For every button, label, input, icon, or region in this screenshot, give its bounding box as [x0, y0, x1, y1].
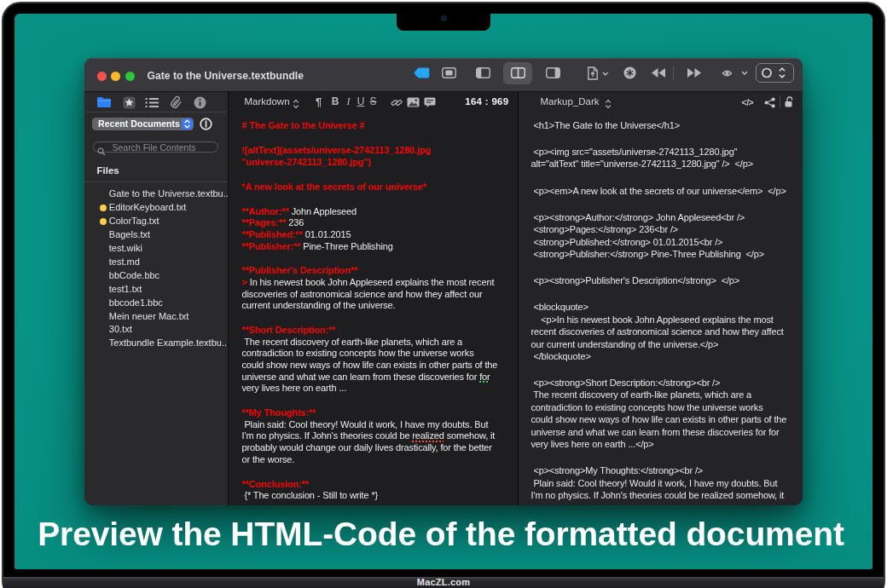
file-item[interactable]: Gate to the Universe.textbu... [84, 187, 228, 201]
recent-documents-popup[interactable]: Recent Documents [92, 118, 194, 130]
file-item[interactable]: EditorKeyboard.txt [84, 201, 228, 215]
editor-line: **Publisher:** Pine-Three Publishing [242, 241, 513, 253]
camera-icon [442, 16, 446, 20]
editor-blank-line [242, 168, 513, 181]
export-button[interactable] [584, 62, 612, 84]
editor-line: **Conclusion:** [242, 479, 513, 491]
bold-button[interactable]: B [328, 92, 342, 112]
editor-blank-line [242, 465, 513, 478]
close-button[interactable] [97, 72, 107, 81]
list-icon [145, 97, 159, 108]
sidebar-tab-outline[interactable] [142, 95, 161, 110]
zoom-button[interactable] [125, 72, 135, 81]
file-item[interactable]: Bagels.txt [84, 228, 228, 242]
comment-button[interactable] [424, 95, 436, 109]
file-item[interactable]: test.md [84, 256, 228, 269]
sidebar-tab-files[interactable] [95, 95, 113, 110]
preview-line: contradiction to existing concepts how t… [531, 401, 800, 413]
editor-line: discoveries of astronomical science and … [242, 289, 513, 301]
preview-line: <p>In his newest book John Appleseed exp… [531, 314, 800, 326]
view-sidebar-left-button[interactable] [472, 62, 493, 84]
macbook-hinge: MacZL.com [3, 577, 884, 588]
code-icon: </> [742, 97, 754, 107]
search-input[interactable]: Search File Contents [93, 141, 218, 153]
markup-stepper-icon[interactable] [605, 97, 612, 112]
skip-forward-icon [687, 67, 703, 78]
window-titlebar[interactable]: Gate to the Universe.textbundle [84, 58, 803, 93]
editor-pane: Markdown ¶ B I U S [229, 92, 518, 505]
tag-icon [414, 67, 430, 78]
editor-preview-divider[interactable] [518, 92, 519, 505]
paragraph-button[interactable]: ¶ [312, 92, 326, 112]
redo-button[interactable] [683, 62, 705, 84]
view-sidebar-right-button[interactable] [543, 62, 564, 84]
file-item[interactable]: test1.txt [84, 283, 228, 297]
file-name: test.md [109, 256, 140, 269]
toolbar-separator [673, 66, 674, 80]
paperclip-icon [170, 95, 182, 109]
file-name: bbCode.bbc [109, 269, 159, 283]
preview-line: could show new ways of how life can exis… [531, 413, 800, 425]
editor-line: could show new ways of how life can exis… [242, 360, 513, 372]
skip-back-icon [650, 67, 666, 78]
markup-style-popup[interactable]: Markup_Dark [541, 92, 600, 112]
file-item[interactable]: bbcode1.bbc [84, 297, 228, 310]
editor-line: ![altText](assets/universe-2742113_1280.… [242, 145, 513, 157]
file-item[interactable]: Textbundle Example.textbu... [84, 337, 228, 350]
sidebar-tab-attachments[interactable] [166, 95, 185, 110]
lock-button[interactable] [784, 95, 795, 109]
tag-button[interactable] [411, 62, 432, 84]
editor-content[interactable]: # The Gate to the Universe #![altText](a… [229, 112, 518, 505]
link-icon [391, 97, 403, 108]
editor-blank-line [242, 132, 513, 145]
editor-blank-line [242, 193, 513, 205]
editor-blank-line [242, 395, 513, 407]
preview-line: <blockquote> [531, 301, 800, 313]
editor-blank-line [242, 312, 513, 325]
editor-line: current understanding of the universe. [242, 300, 513, 312]
comment-icon [424, 97, 436, 108]
view-single-button[interactable] [438, 62, 459, 84]
preview-line: The recent discovery of earth-like plane… [531, 389, 800, 401]
preview-line: </blockquote> [531, 350, 800, 362]
star-square-icon [123, 96, 136, 109]
link-button[interactable] [391, 95, 403, 109]
sidebar-editor-divider[interactable] [228, 92, 229, 505]
preview-blank-line [531, 451, 800, 465]
file-item[interactable]: bbCode.bbc [84, 269, 228, 283]
file-name: bbcode1.bbc [109, 297, 163, 310]
undo-button[interactable] [646, 62, 669, 84]
preview-line: our current understanding of the univers… [531, 338, 800, 350]
share-button[interactable] [764, 95, 775, 109]
file-name: test1.txt [109, 283, 142, 297]
preview-line: alt="altText" title="universe-2742113_12… [531, 158, 800, 170]
strikethrough-button[interactable]: S [367, 92, 380, 112]
editor-line: Plain said: Cool theory! Would it work, … [242, 419, 513, 431]
view-sidebar-left-icon [476, 67, 490, 78]
file-item[interactable]: 30.txt [84, 323, 228, 337]
ring-stepper-control[interactable] [756, 63, 794, 83]
format-stepper-icon[interactable] [293, 97, 299, 112]
code-view-button[interactable]: </> [742, 95, 754, 109]
sidebar-tab-info[interactable] [190, 95, 209, 110]
preview-line: recent discoveries of astronomical scien… [531, 326, 800, 337]
file-item[interactable]: ColorTag.txt [84, 215, 228, 228]
insert-image-button[interactable] [407, 95, 420, 109]
toggle-sort-button[interactable] [200, 118, 212, 130]
editor-header: Markdown ¶ B I U S [229, 92, 518, 112]
settings-button[interactable] [619, 62, 640, 84]
view-split-icon [511, 67, 525, 78]
share-icon [764, 97, 775, 108]
view-split-button[interactable] [503, 62, 532, 84]
file-item[interactable]: Mein neuer Mac.txt [84, 310, 228, 324]
sidebar-tab-favorites[interactable] [120, 95, 139, 110]
preview-options-button[interactable] [719, 62, 751, 84]
file-name: EditorKeyboard.txt [109, 201, 187, 215]
markdown-format-popup[interactable]: Markdown [245, 92, 290, 112]
preview-blank-line [531, 362, 800, 377]
preview-line: <h1>The Gate to the Universe</h1> [531, 119, 800, 131]
minimize-button[interactable] [111, 72, 120, 81]
file-item[interactable]: test.wiki [84, 242, 228, 256]
preview-header-separator [780, 96, 780, 108]
preview-header: Markup_Dark </> [519, 92, 803, 112]
